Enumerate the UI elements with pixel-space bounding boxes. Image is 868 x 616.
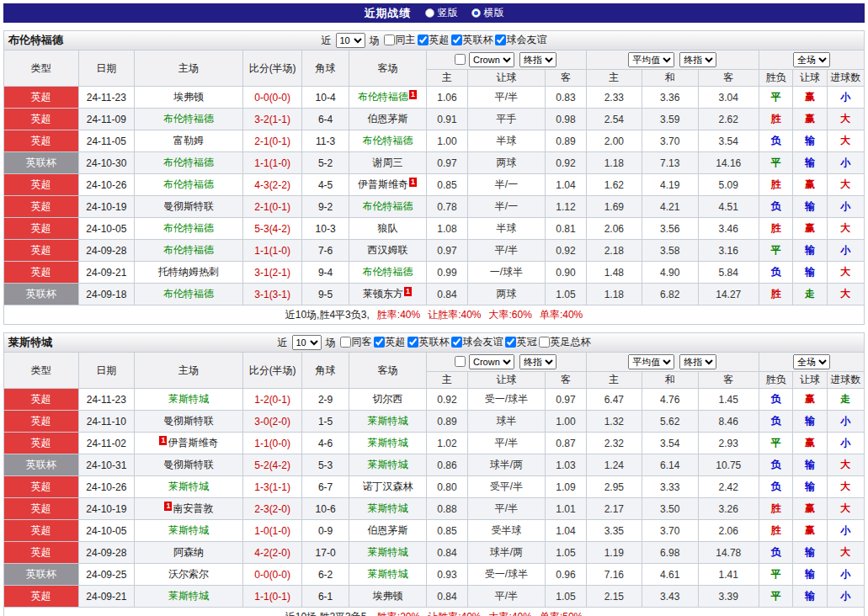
result-handicap: 输	[793, 262, 827, 284]
match-date: 24-11-23	[78, 87, 134, 109]
filter-checkbox-input[interactable]	[384, 35, 395, 45]
match-row: 英超24-10-26布伦特福德4-3(2-2)4-5伊普斯维奇10.85半/一1…	[4, 174, 865, 196]
avg-draw: 3.56	[642, 218, 698, 240]
result-outcome: 平	[759, 240, 793, 262]
team-name: 曼彻斯特联	[163, 459, 214, 470]
fulltime-select[interactable]: 全场	[793, 354, 830, 369]
avg-home: 2.06	[586, 218, 642, 240]
odds-away: 0.87	[546, 433, 586, 454]
filter-checkbox-input[interactable]	[451, 337, 462, 348]
odds-home: 0.80	[427, 476, 467, 498]
average-stage-select[interactable]: 终指	[679, 354, 716, 369]
filter-checkbox-英超[interactable]: 英超	[418, 33, 450, 47]
avg-home: 2.00	[586, 130, 642, 152]
summary-prefix: 近10场,胜2平3负5,	[285, 611, 370, 616]
summary-cell: 近10场,胜4平3负3,胜率:40%让胜率:40%大率:60%单率:40%	[4, 305, 865, 325]
odds-stage-select[interactable]: 终指	[519, 52, 556, 67]
radio-icon[interactable]	[471, 8, 481, 18]
filter-checkbox-英足总杯[interactable]: 英足总杯	[539, 335, 591, 349]
filter-checkbox-input[interactable]	[418, 35, 429, 45]
match-row: 英超24-09-21托特纳姆热刺3-1(2-1)9-4布伦特福德0.99一/球半…	[4, 262, 865, 284]
score-cell: 3-1(2-1)	[242, 262, 301, 284]
match-row: 英超24-10-05布伦特福德5-3(4-2)10-3狼队1.08半球0.812…	[4, 218, 865, 240]
average-stage-select[interactable]: 终指	[679, 52, 716, 67]
avg-away: 14.78	[698, 542, 759, 564]
odds-stage-select[interactable]: 终指	[519, 354, 556, 369]
filter-checkbox-同主[interactable]: 同主	[384, 33, 416, 47]
games-label: 场	[370, 34, 380, 48]
team-name: 曼彻斯特联	[163, 415, 214, 427]
avg-away: 10.75	[698, 454, 759, 476]
team-name: 阿森纳	[173, 546, 204, 558]
filter-checkbox-英联杯[interactable]: 英联杯	[407, 335, 450, 349]
odds-compare-checkbox[interactable]	[455, 356, 466, 367]
filter-checkbox-label: 英冠	[517, 335, 537, 349]
match-count-select[interactable]: 10	[336, 33, 365, 48]
filter-checkbox-英冠[interactable]: 英冠	[505, 335, 537, 349]
result-outcome: 负	[759, 476, 793, 498]
score-cell: 3-0(2-0)	[242, 411, 301, 433]
match-date: 24-10-26	[78, 476, 134, 498]
away-team-cell: 埃弗顿	[349, 586, 427, 608]
result-goals: 大	[827, 498, 864, 520]
away-team-cell: 莱斯特城	[349, 564, 427, 586]
filter-checkbox-同客[interactable]: 同客	[340, 335, 372, 349]
home-team-cell: 布伦特福德	[135, 218, 243, 240]
filter-checkbox-英联杯[interactable]: 英联杯	[451, 33, 493, 47]
odds-away: 1.03	[546, 454, 586, 476]
match-row: 英超24-10-05莱斯特城1-0(1-0)0-9伯恩茅斯0.85受半球1.04…	[4, 520, 865, 542]
filter-checkbox-input[interactable]	[374, 337, 385, 348]
filter-checkbox-input[interactable]	[539, 337, 550, 348]
filter-checkbox-球会友谊[interactable]: 球会友谊	[451, 335, 503, 349]
result-handicap: 赢	[793, 109, 827, 130]
games-label: 场	[326, 336, 336, 350]
match-row: 英超24-11-05富勒姆2-1(0-1)11-3布伦特福德1.00半球0.89…	[4, 130, 865, 152]
team-name: 谢周三	[373, 157, 403, 168]
fulltime-select[interactable]: 全场	[793, 52, 830, 67]
avg-home: 1.18	[586, 152, 642, 174]
col-home: 主场	[135, 50, 243, 87]
match-date: 24-09-18	[78, 284, 134, 305]
view-option-vertical[interactable]: 竖版	[425, 6, 458, 20]
result-handicap: 赢	[793, 174, 827, 196]
result-handicap: 输	[793, 152, 827, 174]
result-outcome: 胜	[759, 498, 793, 520]
corner-cell: 1-5	[302, 411, 349, 433]
away-team-cell: 莱斯特城	[349, 433, 427, 454]
summary-stat: 大率:40%	[489, 611, 532, 616]
result-goals: 大	[827, 262, 864, 284]
avg-away: 3.46	[698, 218, 759, 240]
filter-checkbox-input[interactable]	[451, 35, 462, 45]
bookmaker-select[interactable]: Crown	[469, 354, 514, 369]
result-handicap: 赢	[793, 498, 827, 520]
average-select[interactable]: 平均值	[628, 52, 674, 67]
radio-icon[interactable]	[425, 8, 434, 18]
match-date: 24-11-09	[78, 109, 134, 130]
filter-checkbox-input[interactable]	[505, 337, 516, 348]
average-select[interactable]: 平均值	[628, 354, 674, 369]
col-avg-home: 主	[586, 70, 642, 87]
corner-cell: 6-7	[302, 476, 349, 498]
filter-checkbox-input[interactable]	[407, 337, 418, 348]
filter-checkbox-英超[interactable]: 英超	[374, 335, 406, 349]
home-team-cell: 托特纳姆热刺	[135, 262, 243, 284]
home-team-cell: 阿森纳	[135, 542, 243, 564]
filter-checkbox-label: 球会友谊	[507, 33, 547, 47]
summary-prefix: 近10场,胜4平3负3,	[285, 309, 370, 321]
filter-checkbox-input[interactable]	[495, 35, 506, 45]
home-team-cell: 布伦特福德	[135, 240, 243, 262]
match-date: 24-10-05	[78, 520, 134, 542]
red-card-badge: 1	[409, 178, 417, 187]
odds-compare-checkbox[interactable]	[455, 54, 466, 65]
result-outcome: 胜	[759, 520, 793, 542]
bookmaker-select[interactable]: Crown	[469, 52, 514, 67]
red-card-badge: 1	[159, 436, 167, 445]
home-team-cell: 莱斯特城	[135, 586, 243, 608]
view-option-horizontal[interactable]: 横版	[471, 6, 504, 20]
match-count-select[interactable]: 10	[292, 335, 322, 350]
filter-checkbox-label: 同客	[352, 335, 372, 349]
filter-checkbox-球会友谊[interactable]: 球会友谊	[495, 33, 547, 47]
filter-checkbox-input[interactable]	[340, 337, 351, 348]
handicap-line: 平/半	[467, 240, 546, 262]
matches-table: 类型 日期 主场 比分(半场) 角球 客场 Crown 终指	[3, 50, 865, 325]
